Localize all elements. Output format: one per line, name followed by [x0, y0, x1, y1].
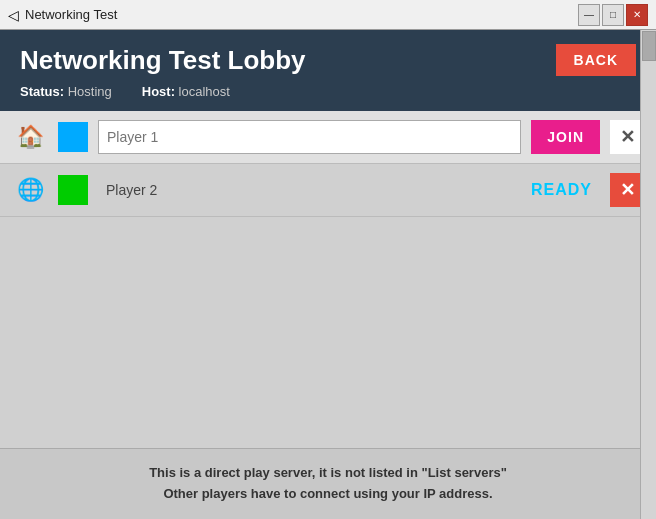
- lobby-header: Networking Test Lobby BACK Status: Hosti…: [0, 30, 656, 111]
- player-1-close-button[interactable]: ✕: [610, 120, 644, 154]
- header-top: Networking Test Lobby BACK: [20, 44, 636, 76]
- minimize-button[interactable]: —: [578, 4, 600, 26]
- back-button[interactable]: BACK: [556, 44, 636, 76]
- join-button[interactable]: JOIN: [531, 120, 600, 154]
- player-2-close-button[interactable]: ✕: [610, 173, 644, 207]
- host-info: Host: localhost: [142, 84, 230, 99]
- main-content: Networking Test Lobby BACK Status: Hosti…: [0, 30, 656, 519]
- status-value: Hosting: [68, 84, 112, 99]
- status-label: Status:: [20, 84, 64, 99]
- player-1-name-input[interactable]: [98, 120, 521, 154]
- title-bar: ◁ Networking Test — □ ✕: [0, 0, 656, 30]
- player-row-1: 🏠 JOIN ✕: [0, 111, 656, 164]
- scrollbar-track[interactable]: [640, 30, 656, 519]
- footer-line-2: Other players have to connect using your…: [20, 484, 636, 505]
- footer: This is a direct play server, it is not …: [0, 448, 656, 519]
- ready-status: READY: [523, 181, 600, 199]
- host-value: localhost: [179, 84, 230, 99]
- close-button[interactable]: ✕: [626, 4, 648, 26]
- empty-space: [0, 217, 656, 448]
- lobby-title: Networking Test Lobby: [20, 45, 306, 76]
- remote-icon: 🌐: [12, 172, 48, 208]
- player-1-color: [58, 122, 88, 152]
- header-info: Status: Hosting Host: localhost: [20, 84, 636, 99]
- scrollbar-thumb[interactable]: [642, 31, 656, 61]
- footer-line-1: This is a direct play server, it is not …: [20, 463, 636, 484]
- player-2-name: Player 2: [98, 173, 513, 207]
- maximize-button[interactable]: □: [602, 4, 624, 26]
- player-2-color: [58, 175, 88, 205]
- window-controls: — □ ✕: [578, 4, 648, 26]
- window-title: Networking Test: [25, 7, 117, 22]
- player-row-2: 🌐 Player 2 READY ✕: [0, 164, 656, 217]
- players-area: 🏠 JOIN ✕ 🌐 Player 2 READY ✕ This is a di…: [0, 111, 656, 519]
- host-label: Host:: [142, 84, 175, 99]
- host-icon: 🏠: [12, 119, 48, 155]
- app-icon: ◁: [8, 7, 19, 23]
- title-bar-left: ◁ Networking Test: [8, 7, 117, 23]
- status-info: Status: Hosting: [20, 84, 112, 99]
- footer-text: This is a direct play server, it is not …: [20, 463, 636, 505]
